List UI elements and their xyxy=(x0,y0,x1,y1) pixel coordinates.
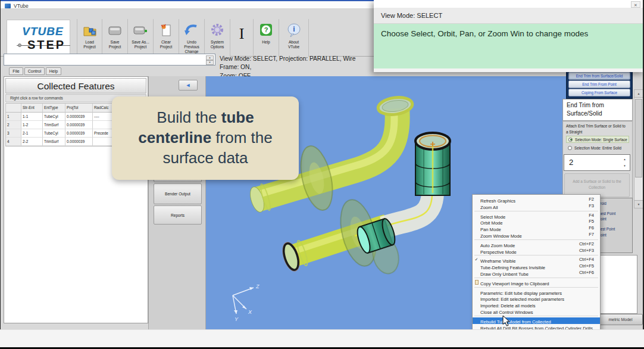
bender-output-button[interactable]: Bender Output xyxy=(154,183,202,204)
combo-text-input[interactable] xyxy=(5,55,205,64)
vtube-step-logo: VTUBE STEP xyxy=(7,20,70,57)
menu-separator xyxy=(474,316,598,316)
scroll-down-icon[interactable]: ▼ xyxy=(634,200,643,208)
menu-item[interactable]: Tube-Defining Features InvisibleCtrl+F5 xyxy=(473,263,600,270)
count-spinner[interactable]: ▲ ▼ xyxy=(621,157,628,169)
table-cell: 0.0000039 xyxy=(65,113,93,121)
command-combo-input[interactable]: ▲ ▼ xyxy=(4,54,215,66)
panel-scrollbar[interactable]: ▲ ▼ xyxy=(634,89,643,208)
menu-help[interactable]: Help xyxy=(46,67,61,75)
menu-separator xyxy=(474,278,598,278)
table-cell: 0.0000039 xyxy=(65,138,93,146)
menu-shortcut: F6 xyxy=(589,225,594,232)
menu-item[interactable]: Close all Control Windows xyxy=(473,308,600,314)
spinner-up-icon[interactable]: ▲ xyxy=(206,55,214,60)
reports-button[interactable]: Reports xyxy=(154,205,202,225)
ibeam-icon: I xyxy=(233,26,250,42)
menu-item[interactable]: Copy Viewport Image to Clipboard xyxy=(473,279,600,286)
menu-item[interactable]: Refresh GraphicsF2 xyxy=(473,197,600,203)
menu-item[interactable]: Auto Zoom ModeCtrl+F2 xyxy=(473,241,600,248)
mode-button[interactable]: End Trim From Point xyxy=(568,80,630,88)
save-as-project-icon xyxy=(132,22,149,39)
table-cell: TrimSurf xyxy=(43,121,65,129)
menu-item-label: Zoom Window Mode xyxy=(480,233,522,239)
menu-item[interactable]: Rebuild All Drill Bit Bosses from Collec… xyxy=(473,324,600,329)
column-header: EntType xyxy=(43,104,65,113)
logo-line1: VTUBE xyxy=(15,25,70,38)
video-content[interactable]: VTube VTUBE STEP Load Project Save Proje… xyxy=(0,0,644,329)
menu-item-label: Zoom All xyxy=(480,205,498,210)
window-title: VTube xyxy=(14,3,29,9)
section-title: End Trim from Surface/Solid xyxy=(562,99,633,121)
surface-count-input[interactable]: 2 ▲ ▼ xyxy=(564,154,630,171)
clear-project-icon xyxy=(158,22,174,39)
collected-features-title: Collected Features xyxy=(5,78,146,94)
vtube-app-icon xyxy=(5,4,11,8)
table-cell: TubeCyl xyxy=(43,129,65,138)
combo-spinner[interactable]: ▲ ▼ xyxy=(206,55,214,64)
menu-item[interactable]: Pan ModeF6 xyxy=(473,225,600,232)
menu-item[interactable]: Zoom AllF3 xyxy=(473,203,600,210)
table-cell: 0.0000039 xyxy=(65,129,93,138)
row-number-cell: 3 xyxy=(6,129,21,138)
radio-label: Selection Mode: Entire Solid xyxy=(574,146,621,150)
attach-note: Attach End Trim Surface or Solid to a St… xyxy=(566,123,628,135)
spinner-down-icon[interactable]: ▼ xyxy=(621,163,628,170)
surface-count-value: 2 xyxy=(569,158,573,167)
radio-icon xyxy=(568,138,573,142)
menu-item[interactable]: Draw Only Unbent TubeCtrl+F6 xyxy=(473,270,600,276)
undo-icon xyxy=(183,22,200,39)
menu-separator xyxy=(474,255,598,255)
menu-item[interactable]: ✓Wireframe VisibleCtrl+F4 xyxy=(473,257,600,263)
player-controls: 0:21 / 1:37 xyxy=(0,329,644,347)
svg-text:i: i xyxy=(293,25,295,33)
axis-y-label: Y xyxy=(235,316,239,322)
view-mode-popup: ✕ View Mode: SELECT Choose Select, Orbit… xyxy=(374,0,644,72)
mode-button[interactable]: End Trim from Surface/Solid xyxy=(568,72,630,80)
trim-surface-disk-1 xyxy=(295,143,338,213)
menu-item[interactable]: Parametric: Edit tube display parameters xyxy=(473,289,600,295)
selected-vertical-cylinder xyxy=(415,133,450,195)
close-icon[interactable]: ✕ xyxy=(631,1,640,8)
mouse-cursor xyxy=(502,315,511,327)
scroll-up-icon[interactable]: ▲ xyxy=(634,90,643,98)
menu-item[interactable]: Orbit ModeF5 xyxy=(473,219,600,225)
menu-file[interactable]: File xyxy=(9,67,23,75)
menu-item-label: Draw Only Unbent Tube xyxy=(480,272,529,277)
tutorial-caption: Build the tube centerline from the surfa… xyxy=(112,96,299,180)
menu-shortcut: F4 xyxy=(589,213,594,219)
table-cell: 2-1 xyxy=(21,129,43,138)
menu-item[interactable]: Rebuild Tube Model from Collected xyxy=(473,317,600,324)
menu-shortcut: Ctrl+F4 xyxy=(579,257,594,263)
model-list-box xyxy=(597,255,637,314)
menu-item[interactable]: Zoom Window ModeF7 xyxy=(473,232,600,238)
menu-separator xyxy=(474,239,598,240)
radio-option[interactable]: Selection Mode: Entire Solid xyxy=(566,144,629,151)
check-icon: ✓ xyxy=(473,257,480,263)
spinner-up-icon[interactable]: ▲ xyxy=(621,157,628,163)
column-header: ProjTol xyxy=(65,104,93,113)
spinner-down-icon[interactable]: ▼ xyxy=(206,60,214,65)
menu-item[interactable]: Imported: Delete all models xyxy=(473,301,600,308)
table-cell: 1-2 xyxy=(21,121,43,129)
table-cell: 2-2 xyxy=(21,138,43,146)
radio-option[interactable]: Selection Mode: Single Surface xyxy=(566,136,629,143)
axis-triad: Z X Y xyxy=(233,283,260,322)
parametric-model-button[interactable]: metric Model xyxy=(598,314,643,325)
menu-item[interactable]: Select ModeF4 xyxy=(473,213,600,219)
popup-footer xyxy=(374,68,644,72)
collapse-panel-button[interactable]: ◄ xyxy=(179,80,198,91)
menu-separator xyxy=(474,211,598,211)
menu-item-label: Close all Control Windows xyxy=(480,310,533,315)
menu-control[interactable]: Control xyxy=(24,67,45,75)
menu-shortcut: F3 xyxy=(589,203,594,210)
menu-item[interactable]: Perspective ModeCtrl+F3 xyxy=(473,248,600,254)
menu-item[interactable]: Imported: Edit selected model parameters xyxy=(473,295,600,301)
menu-shortcut: F7 xyxy=(589,232,594,238)
add-surface-button[interactable]: Add a Surface or Solid to the Collection xyxy=(564,173,630,197)
column-header xyxy=(6,104,21,113)
gear-icon xyxy=(209,22,226,39)
scrollbar-thumb[interactable] xyxy=(635,99,642,177)
menu-shortcut: Ctrl+F2 xyxy=(579,241,594,248)
mode-button[interactable]: Coping From Surface xyxy=(568,89,630,96)
